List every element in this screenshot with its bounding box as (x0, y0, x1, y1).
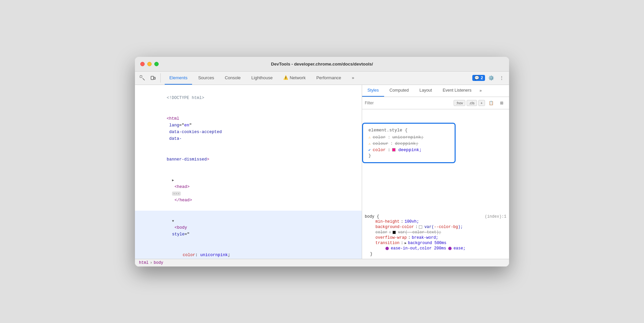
min-height-line: min-height : 100vh; (365, 219, 506, 224)
es-prop-3: color (373, 147, 386, 152)
filter-buttons: :hov .cls + 📋 ⊞ (454, 98, 506, 108)
tab-event-listeners[interactable]: Event Listeners (437, 85, 477, 97)
svg-rect-2 (151, 76, 154, 80)
tab-elements[interactable]: Elements (165, 71, 192, 85)
source-ref: (index):1 (485, 214, 506, 219)
es-line-2: ⚠ colour : deeppink; (368, 140, 449, 147)
body-rule-section: body { (index):1 min-height : 100vh; bac… (362, 214, 509, 257)
background-color-line: background-color : var(--color-bg); (365, 224, 506, 230)
add-style-button[interactable]: + (478, 100, 485, 106)
element-style-selector: element.style { (368, 128, 449, 133)
es-val-3: deeppink; (398, 147, 422, 152)
device-icon[interactable] (148, 73, 158, 83)
transition-ease-line: ease-in-out,color 200ms ease; (365, 246, 506, 251)
check-icon-1: ✔ (368, 148, 371, 152)
message-icon: 💬 (474, 76, 479, 80)
filter-input[interactable] (365, 101, 451, 105)
tab-network-label: Network (290, 75, 306, 80)
more-tabs-label: » (352, 75, 354, 80)
tab-lighthouse[interactable]: Lighthouse (247, 71, 278, 85)
breadcrumb-html[interactable]: html (139, 260, 149, 265)
transition-arrow: ▶ (405, 241, 407, 245)
html-open-line2: banner-dismissed> (135, 149, 362, 170)
minimize-button[interactable] (147, 62, 152, 66)
message-badge[interactable]: 💬 2 (472, 75, 485, 81)
badge-count: 2 (481, 76, 483, 80)
body-color-unicorn-line: color: unicornpink; Invalid property val… (135, 245, 362, 259)
svg-rect-3 (154, 77, 155, 79)
svg-rect-0 (140, 76, 142, 78)
es-val-2: deeppink; (395, 141, 418, 146)
styles-more-tabs[interactable]: » (477, 88, 484, 93)
tab-computed-label: Computed (389, 88, 409, 93)
tab-layout-label: Layout (420, 88, 432, 93)
tab-sources[interactable]: Sources (193, 71, 219, 85)
color-line-strikethrough: color : var(--color-text); (365, 230, 506, 235)
tab-lighthouse-label: Lighthouse (252, 75, 273, 80)
html-open-line: <html lang="en" data-cookies-accepted da… (135, 108, 362, 149)
es-line-3: ✔ color : deeppink; (368, 147, 449, 153)
es-prop-1: color (373, 135, 386, 140)
html-tree-panel: <!DOCTYPE html> <html lang="en" data-coo… (135, 85, 362, 259)
svg-line-1 (143, 78, 145, 80)
bg-color-val: var(--color-bg); (424, 225, 463, 229)
overflow-wrap-line: overflow-wrap : break-word; (365, 235, 506, 240)
ease-swatch-2[interactable] (448, 247, 452, 250)
body-open-line[interactable]: ▼ <body style=" (135, 211, 362, 245)
es-line-1: ⚠ color : unicornpink; (368, 134, 449, 140)
toolbar-right: 💬 2 ⚙️ ⋮ (472, 73, 506, 83)
head-ellipsis: ··· (172, 192, 181, 196)
filter-bar: :hov .cls + 📋 ⊞ (362, 97, 509, 109)
body-rule-header: body { (index):1 (365, 214, 506, 219)
inspect-icon[interactable] (138, 73, 147, 83)
tab-computed[interactable]: Computed (384, 85, 414, 97)
tab-console-label: Console (225, 75, 241, 80)
maximize-button[interactable] (154, 62, 159, 66)
breadcrumb-body[interactable]: body (154, 260, 163, 265)
head-line: ▶ <head> ··· </head> (135, 170, 362, 211)
body-selector: body { (365, 214, 379, 219)
warning-icon-2: ⚠ (368, 141, 371, 146)
settings-icon[interactable]: ⚙️ (486, 73, 496, 83)
tab-more[interactable]: » (347, 71, 359, 85)
color-text-swatch[interactable] (392, 231, 396, 234)
titlebar: DevTools - developer.chrome.com/docs/dev… (135, 57, 509, 72)
bg-color-swatch[interactable] (419, 225, 422, 229)
devtools-panel: Elements Sources Console Lighthouse ⚠️ N… (135, 72, 509, 266)
toggle-sidebar-icon[interactable]: ⊞ (497, 98, 506, 108)
main-content: <!DOCTYPE html> <html lang="en" data-coo… (135, 85, 509, 259)
tab-elements-label: Elements (169, 75, 187, 80)
main-toolbar: Elements Sources Console Lighthouse ⚠️ N… (135, 72, 509, 85)
es-val-1: unicornpink; (392, 135, 424, 140)
tab-sources-label: Sources (198, 75, 214, 80)
es-prop-2: colour (373, 141, 388, 146)
window-title: DevTools - developer.chrome.com/docs/dev… (271, 62, 373, 67)
toolbar-icon-group (138, 73, 161, 83)
tab-layout[interactable]: Layout (414, 85, 438, 97)
body-triangle: ▼ (172, 219, 174, 223)
tab-performance[interactable]: Performance (312, 71, 346, 85)
traffic-lights (140, 62, 159, 66)
deeppink-swatch-1[interactable] (392, 148, 395, 151)
es-close-brace: } (368, 153, 449, 158)
styles-content: element.style { ⚠ color : unicornpink; ⚠… (362, 109, 509, 259)
close-button[interactable] (140, 62, 145, 66)
cls-button[interactable]: .cls (467, 100, 477, 106)
color-text-val: var(--color-text); (398, 230, 441, 235)
devtools-window: DevTools - developer.chrome.com/docs/dev… (135, 57, 509, 266)
element-style-popup: element.style { ⚠ color : unicornpink; ⚠… (362, 123, 456, 163)
tab-console[interactable]: Console (220, 71, 246, 85)
tab-performance-label: Performance (316, 75, 341, 80)
copy-style-icon[interactable]: 📋 (486, 98, 496, 108)
ease-swatch-1[interactable] (385, 247, 389, 250)
hov-button[interactable]: :hov (454, 100, 465, 106)
tab-network[interactable]: ⚠️ Network (279, 71, 310, 85)
tab-styles[interactable]: Styles (362, 85, 384, 97)
styles-panel: Styles Computed Layout Event Listeners » (362, 85, 509, 259)
transition-line: transition : ▶ background 500ms (365, 240, 506, 246)
breadcrumb: html › body (135, 259, 509, 266)
more-options-icon[interactable]: ⋮ (497, 73, 506, 83)
head-triangle: ▶ (172, 179, 174, 182)
network-warning-icon: ⚠️ (283, 75, 288, 80)
body-close-brace: } (365, 251, 506, 257)
